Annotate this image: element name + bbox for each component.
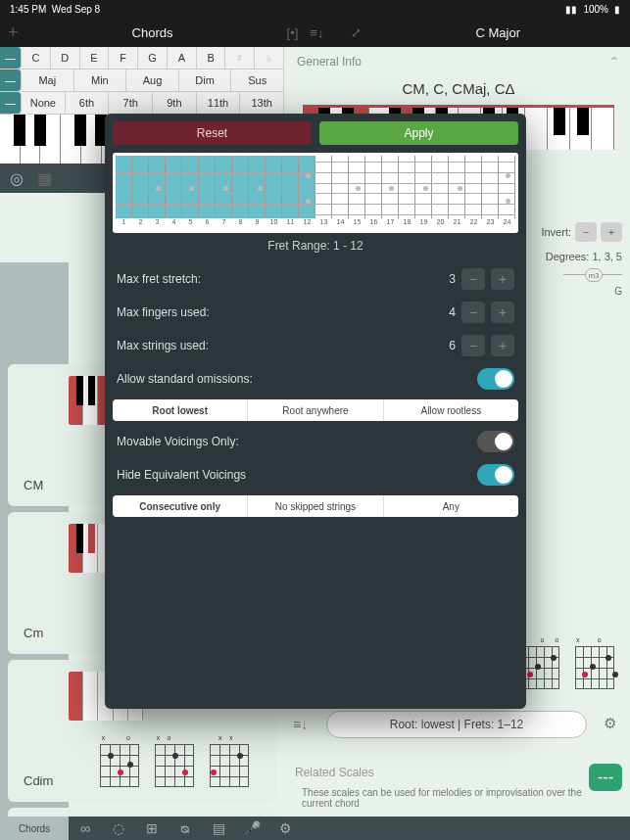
ext-row: None 6th 7th 9th 11th 13th <box>0 92 284 115</box>
omissions-toggle[interactable] <box>477 368 514 390</box>
invert-plus[interactable]: + <box>601 222 622 242</box>
qual-min[interactable]: Min <box>74 70 127 91</box>
qual-maj[interactable]: Maj <box>22 70 74 91</box>
fret-range-label: Fret Range: 1 - 12 <box>105 239 526 253</box>
chord-diagram[interactable]: xx <box>206 734 253 791</box>
seg-noskip[interactable]: No skipped strings <box>248 495 383 517</box>
note-b[interactable]: B <box>197 47 226 69</box>
card-label: Cdim <box>24 773 53 788</box>
qual-dim[interactable]: Dim <box>179 70 232 91</box>
reset-button[interactable]: Reset <box>113 121 312 145</box>
card-label: CM <box>24 478 43 492</box>
bottom-toolbar: Chords ∞ ◌ ⊞ ᴓ ▤ 🎤 ⚙ <box>0 817 630 840</box>
ext-9[interactable]: 9th <box>153 92 197 114</box>
wifi-icon: ▮▮ <box>565 4 577 15</box>
note-g[interactable]: G <box>138 47 168 69</box>
seg-allow-rootless[interactable]: Allow rootless <box>384 399 518 421</box>
voicing-filter-bar: ≡↓ Root: lowest | Frets: 1–12 ⚙ <box>287 711 622 742</box>
seg-any[interactable]: Any <box>384 495 518 517</box>
seg-root-lowest[interactable]: Root lowest <box>113 399 248 421</box>
chord-diagrams-caug: xo xo xx <box>92 734 257 791</box>
hideeq-row: Hide Equivalent Voicings <box>105 458 526 491</box>
fingers-plus[interactable]: + <box>491 302 514 323</box>
qual-sus[interactable]: Sus <box>231 70 284 91</box>
collapse-notes[interactable] <box>0 47 22 69</box>
degrees-label: Degrees: 1, 3, 5 <box>546 251 622 262</box>
target-icon[interactable]: ◎ <box>10 169 24 188</box>
circle-icon[interactable]: ◌ <box>102 820 135 836</box>
interval-m3: m3 <box>585 268 603 282</box>
ext-none[interactable]: None <box>22 92 66 114</box>
related-scales-header[interactable]: Related Scales⌃ <box>287 766 622 781</box>
invert-minus[interactable]: − <box>575 222 597 242</box>
chord-names: CM, C, CMaj, CΔ <box>287 80 630 97</box>
voicing-settings-modal: Reset Apply 1234567891011121314151617181… <box>105 114 526 709</box>
chords-title: Chords <box>132 25 173 40</box>
battery-icon: ▮ <box>614 4 620 15</box>
mic-icon[interactable]: 🎤 <box>235 820 268 836</box>
note-a[interactable]: A <box>168 47 197 69</box>
chord-diagram[interactable]: xo <box>151 734 198 791</box>
fingers-minus[interactable]: − <box>461 302 485 323</box>
skip-seg[interactable]: Consecutive only No skipped strings Any <box>113 495 518 517</box>
chord-diagrams-right: xoo xo <box>512 636 622 693</box>
max-strings-value: 6 <box>449 339 456 352</box>
collapse-qual[interactable] <box>0 70 22 91</box>
ext-11[interactable]: 11th <box>197 92 241 114</box>
note-g: G <box>614 286 622 297</box>
note-c[interactable]: C <box>22 47 51 69</box>
note-e[interactable]: E <box>80 47 110 69</box>
note-f[interactable]: F <box>109 47 138 69</box>
movable-toggle[interactable] <box>477 431 514 452</box>
max-fingers-value: 4 <box>449 305 456 319</box>
gear-icon[interactable]: ⚙ <box>604 715 616 732</box>
note-sharp[interactable]: ♯ <box>225 47 255 69</box>
quality-row: Maj Min Aug Dim Sus <box>0 70 284 92</box>
add-icon[interactable]: + <box>8 23 19 43</box>
max-strings-row: Max strings used: 6−+ <box>105 329 526 362</box>
max-fret-stretch-row: Max fret stretch: 3−+ <box>105 262 526 296</box>
max-stretch-value: 3 <box>449 272 456 286</box>
ear-icon[interactable]: ᴓ <box>169 820 202 836</box>
apply-button[interactable]: Apply <box>319 121 518 145</box>
strings-minus[interactable]: − <box>461 335 485 356</box>
movable-row: Movable Voicings Only: <box>105 425 526 458</box>
max-fingers-row: Max fingers used: 4−+ <box>105 296 526 329</box>
green-fab[interactable]: --- <box>589 764 622 791</box>
note-row: C D E F G A B ♯ ♭ <box>0 47 284 70</box>
ext-13[interactable]: 13th <box>240 92 284 114</box>
note-d[interactable]: D <box>51 47 80 69</box>
ext-7[interactable]: 7th <box>109 92 153 114</box>
icon-a[interactable]: [•] <box>287 25 299 40</box>
omissions-row: Allow standard omissions: <box>105 362 526 396</box>
top-bar: + Chords [•] ≡↓ ⤢ C Major <box>0 18 630 47</box>
status-bar: 1:45 PM Wed Sep 8 ▮▮100%▮ <box>0 0 630 18</box>
ext-6[interactable]: 6th <box>66 92 110 114</box>
fretboard-range[interactable]: 123456789101112131415161718192021222324 <box>113 153 518 233</box>
note-flat[interactable]: ♭ <box>255 47 284 69</box>
seg-root-anywhere[interactable]: Root anywhere <box>248 399 383 421</box>
seg-consecutive[interactable]: Consecutive only <box>113 495 248 517</box>
icon-b[interactable]: ≡↓ <box>310 25 323 40</box>
general-info-header[interactable]: General Info⌃ <box>287 47 630 76</box>
stretch-plus[interactable]: + <box>491 268 514 290</box>
collapse-ext[interactable] <box>0 92 22 114</box>
qual-aug[interactable]: Aug <box>126 70 179 91</box>
chord-diagram[interactable]: xo <box>571 636 618 693</box>
filter-icon[interactable]: ≡↓ <box>293 717 308 732</box>
expand-icon[interactable]: ⤢ <box>351 25 362 40</box>
voicing-filter-button[interactable]: Root: lowest | Frets: 1–12 <box>326 711 587 738</box>
grid-icon[interactable]: ▦ <box>37 169 52 188</box>
root-seg[interactable]: Root lowest Root anywhere Allow rootless <box>113 399 518 421</box>
sheet-icon[interactable]: ▤ <box>202 820 235 836</box>
strings-plus[interactable]: + <box>491 335 514 356</box>
hideeq-toggle[interactable] <box>477 464 514 486</box>
link-icon[interactable]: ∞ <box>69 820 102 836</box>
grid4-icon[interactable]: ⊞ <box>135 820 169 836</box>
stretch-minus[interactable]: − <box>461 268 485 290</box>
chord-diagram[interactable]: xo <box>96 734 143 791</box>
settings-icon[interactable]: ⚙ <box>268 820 302 836</box>
chevron-up-icon: ⌃ <box>608 54 620 70</box>
related-scales-text: These scales can be used for melodies or… <box>294 787 622 809</box>
tab-chords[interactable]: Chords <box>0 817 69 840</box>
